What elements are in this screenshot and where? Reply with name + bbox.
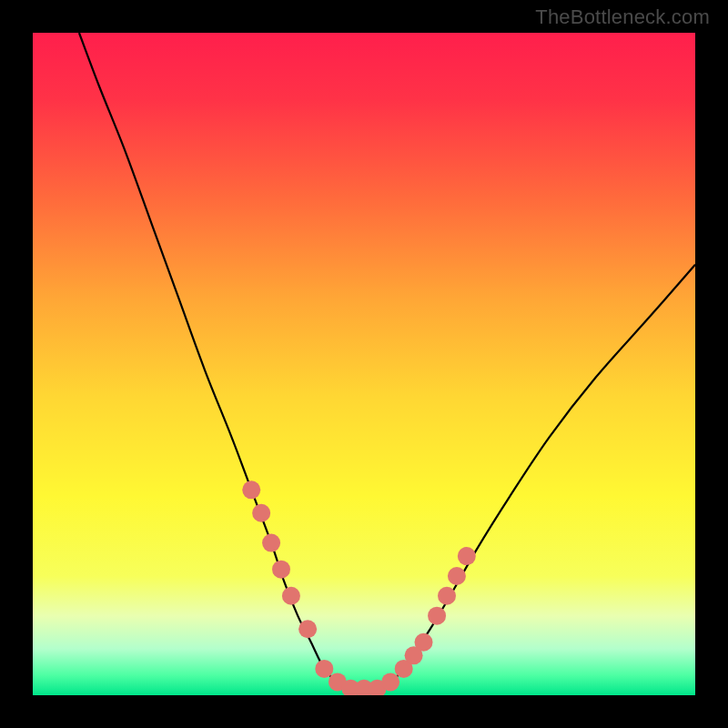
marker-dot — [448, 567, 466, 585]
marker-dot — [428, 607, 446, 625]
marker-dot — [298, 620, 317, 638]
marker-dot — [458, 547, 476, 565]
gradient-bg — [33, 33, 695, 695]
chart-frame: TheBottleneck.com — [0, 0, 728, 728]
marker-dot — [315, 660, 333, 678]
marker-dot — [438, 587, 456, 605]
marker-dot — [272, 561, 290, 579]
watermark-text: TheBottleneck.com — [535, 5, 710, 29]
marker-dot — [381, 672, 399, 691]
marker-dot — [282, 587, 300, 605]
marker-dot — [262, 534, 280, 552]
plot-area — [33, 33, 695, 695]
marker-dot — [415, 633, 433, 652]
marker-dot — [242, 480, 260, 499]
marker-dot — [252, 504, 270, 522]
plot-svg — [33, 33, 695, 695]
